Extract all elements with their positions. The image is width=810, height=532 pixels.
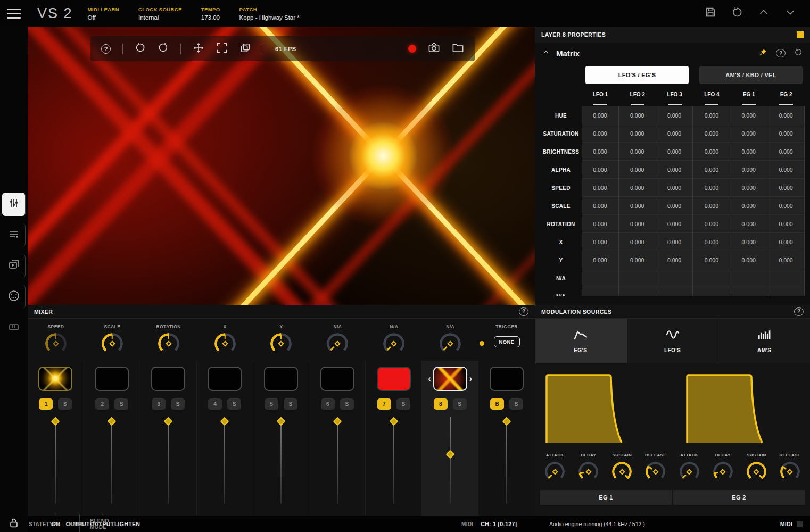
layer-thumbnail[interactable]	[208, 367, 242, 391]
menu-icon[interactable]	[0, 0, 28, 27]
solo-button[interactable]: S	[114, 398, 128, 410]
matrix-cell[interactable]: 0.000	[656, 179, 693, 197]
matrix-cell[interactable]: 0.000	[656, 215, 693, 233]
matrix-cell[interactable]: 0.000	[582, 106, 619, 124]
matrix-cell[interactable]: 0.000	[656, 161, 693, 179]
matrix-cell[interactable]: 0.000	[693, 215, 730, 233]
matrix-cell[interactable]: 0.000	[619, 161, 656, 179]
matrix-cell[interactable]: 0.000	[767, 124, 805, 143]
matrix-cell[interactable]: 0.000	[582, 161, 619, 179]
matrix-cell[interactable]	[730, 287, 767, 296]
chevron-down-icon[interactable]	[784, 6, 796, 20]
matrix-cell[interactable]: 0.000	[582, 124, 619, 143]
matrix-cell[interactable]: 0.000	[582, 143, 619, 161]
help-icon[interactable]: ?	[101, 44, 111, 54]
matrix-cell[interactable]	[582, 287, 619, 296]
matrix-cell[interactable]: 0.000	[582, 179, 619, 197]
collapse-chevron-icon[interactable]	[542, 48, 550, 58]
matrix-cell[interactable]: 0.000	[767, 161, 805, 179]
matrix-cell[interactable]: 0.000	[767, 197, 805, 215]
solo-button[interactable]: S	[453, 398, 467, 410]
midi-channel-group[interactable]: MIDI CH: 1 [0-127]	[461, 521, 517, 527]
solo-button[interactable]: S	[396, 398, 410, 410]
na-knob[interactable]	[440, 333, 461, 354]
layer-select-button[interactable]: 4	[208, 398, 222, 410]
camera-icon[interactable]	[428, 41, 440, 56]
matrix-cell[interactable]: 0.000	[730, 233, 767, 251]
na-knob[interactable]	[383, 333, 404, 354]
reset-icon[interactable]	[794, 48, 803, 59]
solo-button[interactable]: S	[171, 398, 185, 410]
matrix-cell[interactable]: 0.000	[693, 161, 730, 179]
layer-color-swatch[interactable]	[797, 31, 804, 38]
matrix-cell[interactable]: 0.000	[619, 106, 656, 124]
layer-select-button[interactable]: 2	[95, 398, 109, 410]
layer-fader[interactable]	[108, 417, 117, 504]
matrix-cell[interactable]: 0.000	[730, 179, 767, 197]
layer-thumbnail[interactable]	[320, 367, 354, 391]
layer-fader[interactable]	[51, 417, 60, 504]
eg2-release-knob[interactable]	[780, 462, 800, 481]
layer-select-button[interactable]: 8	[434, 398, 448, 410]
rotation-knob[interactable]	[158, 333, 179, 354]
redo-icon[interactable]	[158, 42, 169, 55]
matrix-cell[interactable]: 0.000	[730, 106, 767, 124]
matrix-cell[interactable]: 0.000	[582, 233, 619, 251]
layer-thumbnail[interactable]	[264, 367, 298, 391]
eg2-decay-knob[interactable]	[713, 462, 733, 481]
tempo-field[interactable]: TEMPO 173.00	[201, 6, 220, 21]
layer-thumbnail[interactable]	[38, 367, 72, 391]
matrix-cell[interactable]: 0.000	[619, 143, 656, 161]
save-icon[interactable]	[705, 6, 716, 20]
matrix-cell[interactable]: 0.000	[767, 215, 805, 233]
layer-fader[interactable]	[220, 417, 229, 504]
layer-select-button[interactable]: 1	[39, 398, 53, 410]
matrix-cell[interactable]: 0.000	[767, 251, 805, 269]
layer-select-button[interactable]: B	[490, 398, 504, 410]
matrix-cell[interactable]: 0.000	[693, 124, 730, 143]
eg1-label[interactable]: EG 1	[540, 490, 672, 505]
matrix-cell[interactable]: 0.000	[582, 197, 619, 215]
sidebar-item-playlist[interactable]	[2, 223, 26, 247]
matrix-cell[interactable]: 0.000	[767, 179, 805, 197]
tab-lfos-egs[interactable]: LFO'S / EG'S	[585, 66, 689, 84]
matrix-cell[interactable]: 0.000	[767, 143, 805, 161]
matrix-cell[interactable]: 0.000	[656, 233, 693, 251]
midi-learn-field[interactable]: MIDI LEARN Off	[88, 6, 119, 21]
help-icon[interactable]: ?	[519, 307, 528, 316]
lock-icon[interactable]	[0, 517, 28, 529]
matrix-cell[interactable]	[767, 287, 805, 296]
tab-egs[interactable]: EG'S	[535, 319, 627, 363]
matrix-cell[interactable]	[767, 269, 805, 287]
eg1-release-knob[interactable]	[646, 462, 665, 481]
matrix-cell[interactable]: 0.000	[656, 143, 693, 161]
solo-button[interactable]: S	[340, 398, 354, 410]
na-knob[interactable]	[327, 333, 348, 354]
matrix-cell[interactable]: 0.000	[619, 251, 656, 269]
eg2-attack-knob[interactable]	[680, 462, 699, 481]
clock-source-field[interactable]: CLOCK SOURCE Internal	[138, 6, 182, 21]
prev-layer-arrow[interactable]: ‹	[428, 375, 431, 383]
matrix-cell[interactable]: 0.000	[693, 143, 730, 161]
layer-select-button[interactable]: 3	[152, 398, 166, 410]
layer-fader[interactable]	[164, 417, 173, 504]
matrix-cell[interactable]: 0.000	[656, 197, 693, 215]
tab-lfos[interactable]: LFO'S	[627, 319, 719, 363]
tab-ams-kbd-vel[interactable]: AM'S / KBD / VEL	[699, 66, 803, 84]
layer-thumbnail[interactable]	[151, 367, 185, 391]
fullscreen-icon[interactable]	[216, 42, 228, 56]
speed-knob[interactable]	[45, 333, 67, 354]
sidebar-item-midi[interactable]	[2, 285, 26, 309]
matrix-cell[interactable]: 0.000	[693, 251, 730, 269]
layer-thumbnail[interactable]	[490, 367, 524, 391]
next-layer-arrow[interactable]: ›	[469, 375, 472, 383]
patch-field[interactable]: PATCH Kopp - Highway Star *	[239, 6, 300, 21]
eg2-label[interactable]: EG 2	[673, 490, 805, 505]
layer-thumbnail[interactable]	[377, 367, 411, 391]
matrix-cell[interactable]: 0.000	[619, 179, 656, 197]
matrix-cell[interactable]: 0.000	[656, 251, 693, 269]
tab-ams[interactable]: AM'S	[718, 319, 810, 363]
sidebar-item-keyboard[interactable]	[2, 316, 26, 339]
matrix-cell[interactable]	[656, 287, 693, 296]
matrix-cell[interactable]	[730, 269, 767, 287]
